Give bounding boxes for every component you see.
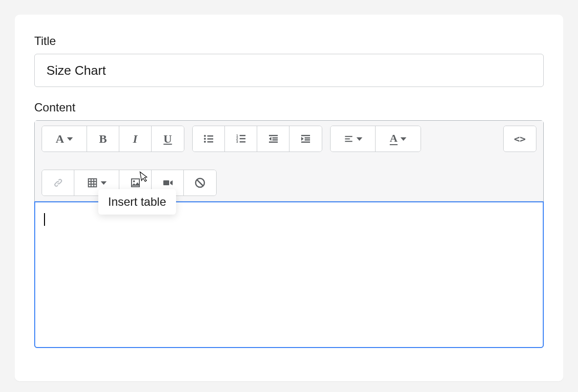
svg-rect-16: [269, 142, 278, 143]
svg-rect-11: [240, 141, 245, 143]
title-group: Title: [34, 34, 544, 87]
font-family-button[interactable]: A: [42, 126, 87, 152]
svg-rect-22: [345, 136, 352, 137]
indent-icon: [300, 133, 311, 145]
svg-rect-12: [269, 135, 278, 136]
italic-icon: I: [133, 132, 137, 146]
svg-rect-15: [272, 139, 278, 141]
video-icon: [162, 177, 174, 189]
outdent-icon: [267, 133, 279, 145]
svg-rect-14: [272, 137, 278, 139]
svg-rect-3: [207, 138, 213, 140]
content-group: Content A B I U: [34, 101, 544, 348]
svg-line-34: [197, 180, 203, 186]
svg-rect-25: [88, 179, 96, 187]
svg-point-0: [204, 135, 206, 137]
underline-icon: U: [163, 132, 172, 146]
rich-text-editor: A B I U: [34, 120, 544, 348]
svg-point-30: [133, 180, 135, 182]
outdent-button[interactable]: [257, 126, 289, 152]
font-family-icon: A: [56, 132, 64, 146]
numbered-list-button[interactable]: 1 2 3: [225, 126, 257, 152]
svg-rect-1: [207, 135, 213, 137]
html-view-group: <>: [503, 126, 536, 152]
content-label: Content: [34, 101, 544, 114]
content-editor-area[interactable]: [34, 201, 544, 348]
align-color-group: A: [330, 126, 421, 152]
text-cursor: [44, 213, 45, 226]
caret-down-icon: [101, 181, 107, 185]
svg-rect-20: [305, 139, 310, 141]
code-icon: <>: [514, 133, 526, 145]
link-icon: [52, 177, 64, 189]
svg-rect-19: [305, 137, 310, 139]
svg-marker-32: [170, 180, 173, 185]
align-left-icon: [344, 134, 354, 144]
svg-rect-9: [240, 138, 245, 140]
svg-rect-7: [240, 135, 245, 136]
text-color-icon: A: [390, 133, 398, 145]
font-style-group: A B I U: [42, 126, 184, 152]
svg-marker-18: [301, 137, 304, 141]
image-icon: [130, 177, 141, 189]
svg-rect-31: [163, 180, 169, 185]
show-html-button[interactable]: <>: [504, 126, 536, 152]
bullet-list-button[interactable]: [193, 126, 225, 152]
clear-formatting-icon: [194, 177, 206, 189]
caret-down-icon: [400, 137, 406, 141]
svg-marker-13: [269, 137, 271, 141]
svg-rect-5: [207, 141, 213, 143]
svg-rect-23: [345, 138, 350, 139]
numbered-list-icon: 1 2 3: [235, 133, 247, 145]
title-label: Title: [34, 34, 544, 48]
table-icon: [87, 177, 98, 188]
insert-link-button[interactable]: [42, 170, 74, 196]
svg-point-4: [204, 141, 206, 143]
bold-button[interactable]: B: [87, 126, 119, 152]
list-group: 1 2 3: [192, 126, 322, 152]
text-color-button[interactable]: A: [376, 126, 421, 152]
svg-rect-21: [301, 142, 310, 143]
editor-card: Title Content A B I: [15, 15, 563, 381]
svg-rect-24: [345, 141, 352, 142]
bold-icon: B: [99, 132, 107, 146]
bullet-list-icon: [203, 133, 215, 145]
svg-rect-17: [301, 135, 310, 136]
svg-text:3: 3: [236, 140, 238, 143]
align-button[interactable]: [331, 126, 376, 152]
editor-toolbar: A B I U: [35, 121, 543, 201]
insert-table-tooltip: Insert table: [98, 189, 176, 215]
title-input[interactable]: [34, 54, 544, 87]
italic-button[interactable]: I: [119, 126, 152, 152]
clear-formatting-button[interactable]: [184, 170, 216, 196]
indent-button[interactable]: [289, 126, 322, 152]
svg-point-2: [204, 138, 206, 140]
caret-down-icon: [67, 137, 73, 141]
caret-down-icon: [356, 137, 362, 141]
underline-button[interactable]: U: [152, 126, 184, 152]
